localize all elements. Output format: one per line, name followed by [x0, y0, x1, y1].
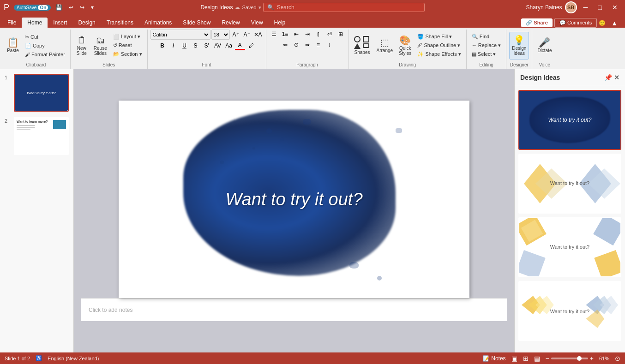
- slide-preview-1[interactable]: Want to try it out?: [14, 74, 69, 112]
- copy-button[interactable]: 📄 Copy: [23, 42, 67, 50]
- find-button[interactable]: 🔍 Find: [469, 33, 503, 41]
- section-button[interactable]: 📂 Section ▾: [111, 50, 144, 58]
- main-area: 1 Want to try it out? 2 Want to learn mo…: [0, 69, 625, 352]
- shape-effects-button[interactable]: ✨ Shape Effects ▾: [415, 50, 463, 58]
- shape-fill-button[interactable]: 🪣 Shape Fill ▾: [415, 33, 463, 41]
- italic-button[interactable]: I: [168, 41, 179, 50]
- normal-view-icon[interactable]: ▣: [511, 355, 517, 362]
- design-card-3-svg: Want to try it out?: [519, 218, 620, 276]
- minimize-button[interactable]: ─: [580, 3, 592, 12]
- text-direction-button[interactable]: ⏎: [325, 30, 335, 39]
- slide-thumb-2[interactable]: 2 Want to learn more?: [4, 116, 70, 156]
- align-left-button[interactable]: ⇐: [280, 40, 290, 49]
- font-size-decrease-button[interactable]: A⁻: [242, 30, 252, 39]
- reading-view-icon[interactable]: ▤: [534, 355, 540, 362]
- clear-format-button[interactable]: ✕A: [253, 30, 263, 39]
- search-input[interactable]: [277, 4, 421, 11]
- arrange-button[interactable]: ⬚ Arrange: [374, 32, 396, 60]
- slide2-mini-title: Want to learn more?: [17, 120, 48, 123]
- zoom-slider[interactable]: [551, 358, 588, 359]
- design-panel-pin-icon[interactable]: 📌: [604, 74, 612, 81]
- dictate-button[interactable]: 🎤 Dictate: [535, 32, 554, 60]
- tab-home[interactable]: Home: [22, 18, 48, 28]
- cut-button[interactable]: ✂ Cut: [23, 33, 67, 41]
- bold-button[interactable]: B: [157, 41, 168, 50]
- font-size-increase-button[interactable]: A⁺: [231, 30, 241, 39]
- font-family-select[interactable]: Calibri: [150, 30, 210, 40]
- share-button[interactable]: 🔗 Share: [521, 18, 553, 27]
- reset-button[interactable]: ↺ Reset: [111, 42, 144, 49]
- tab-slideshow[interactable]: Slide Show: [177, 18, 216, 28]
- tab-animations[interactable]: Animations: [139, 18, 177, 28]
- design-panel-close-icon[interactable]: ✕: [614, 74, 619, 81]
- bullet-list-button[interactable]: ☰: [269, 30, 279, 39]
- notes-button[interactable]: 📝 Notes: [483, 355, 506, 362]
- zoom-level[interactable]: 61%: [599, 356, 609, 361]
- tab-transitions[interactable]: Transitions: [101, 18, 139, 28]
- paste-button[interactable]: 📋 Paste: [5, 32, 21, 60]
- columns-button[interactable]: ⫿: [313, 30, 324, 39]
- line-spacing-button[interactable]: ↕: [325, 40, 335, 49]
- comments-button[interactable]: 💬 Comments: [554, 18, 597, 28]
- save-button[interactable]: 💾: [54, 3, 64, 12]
- ribbon-collapse-button[interactable]: ▲: [607, 18, 621, 28]
- customize-toolbar-button[interactable]: ▾: [89, 3, 96, 12]
- tab-help[interactable]: Help: [269, 18, 291, 28]
- strikethrough-button[interactable]: S: [191, 41, 201, 50]
- design-card-3[interactable]: Want to try it out?: [518, 217, 621, 277]
- zoom-out-button[interactable]: −: [546, 355, 549, 362]
- accessibility-icon[interactable]: ♿: [36, 355, 42, 361]
- close-button[interactable]: ✕: [608, 3, 621, 12]
- number-list-button[interactable]: 1≡: [280, 30, 290, 39]
- layout-button[interactable]: ⬜ Layout ▾: [111, 33, 144, 41]
- char-spacing-button[interactable]: AV: [213, 41, 223, 50]
- reuse-slides-button[interactable]: 🗂 ReuseSlides: [91, 32, 109, 60]
- design-ideas-button[interactable]: 💡 DesignIdeas: [509, 32, 529, 60]
- shape-outline-button[interactable]: 🖊 Shape Outline ▾: [415, 42, 463, 49]
- font-case-button[interactable]: Aa: [224, 41, 234, 50]
- main-slide[interactable]: Want to try it out?: [119, 101, 469, 298]
- convert-smartart-button[interactable]: ⊞: [336, 30, 346, 39]
- underline-button[interactable]: U: [180, 41, 190, 50]
- justify-button[interactable]: ≡: [313, 40, 324, 49]
- avatar: SB: [565, 1, 577, 13]
- new-slide-button[interactable]: 🗒 NewSlide: [73, 32, 90, 60]
- language[interactable]: English (New Zealand): [48, 356, 99, 361]
- design-panel-title: Design Ideas: [520, 74, 560, 81]
- slide-thumb-1[interactable]: 1 Want to try it out?: [4, 73, 70, 113]
- shape-triangle: [354, 43, 361, 49]
- zoom-in-button[interactable]: +: [590, 355, 594, 362]
- replace-button[interactable]: ↔ Replace ▾: [469, 42, 503, 49]
- slide-preview-2[interactable]: Want to learn more?: [14, 117, 69, 155]
- fit-to-window-icon[interactable]: ⊙: [615, 355, 620, 362]
- search-box[interactable]: 🔍: [263, 3, 425, 12]
- autosave-toggle[interactable]: AutoSave On: [14, 5, 51, 11]
- format-painter-button[interactable]: 🖌 Format Painter: [23, 51, 67, 58]
- shapes-button[interactable]: Shapes: [352, 32, 373, 60]
- font-size-select[interactable]: 18: [211, 30, 230, 40]
- splatter-8: [220, 161, 224, 164]
- design-card-1[interactable]: Want to try it out?: [518, 90, 621, 150]
- text-shadow-button[interactable]: S': [202, 41, 212, 50]
- tab-view[interactable]: View: [246, 18, 269, 28]
- design-card-2[interactable]: Want to try it out?: [518, 154, 621, 214]
- align-right-button[interactable]: ⇒: [302, 40, 312, 49]
- redo-button[interactable]: ↪: [78, 3, 86, 12]
- tab-review[interactable]: Review: [216, 18, 245, 28]
- slide-sorter-icon[interactable]: ⊞: [523, 355, 529, 362]
- align-center-button[interactable]: ⊙: [291, 40, 301, 49]
- font-color-button[interactable]: A: [235, 41, 245, 50]
- tab-insert[interactable]: Insert: [48, 18, 72, 28]
- notes-area[interactable]: Click to add notes: [81, 298, 507, 321]
- restore-button[interactable]: □: [595, 3, 606, 12]
- drawing-content: Shapes ⬚ Arrange 🎨 QuickStyles 🪣 Shape F…: [352, 30, 463, 61]
- quick-styles-button[interactable]: 🎨 QuickStyles: [397, 32, 414, 60]
- select-button[interactable]: ▦ Select ▾: [469, 50, 503, 58]
- tab-file[interactable]: File: [2, 18, 22, 28]
- highlight-button[interactable]: 🖊: [246, 41, 256, 50]
- undo-button[interactable]: ↩: [67, 3, 75, 12]
- tab-design[interactable]: Design: [72, 18, 101, 28]
- design-card-4[interactable]: Want to try it out?: [518, 281, 621, 341]
- indent-increase-button[interactable]: ⇥: [302, 30, 312, 39]
- indent-decrease-button[interactable]: ⇤: [291, 30, 301, 39]
